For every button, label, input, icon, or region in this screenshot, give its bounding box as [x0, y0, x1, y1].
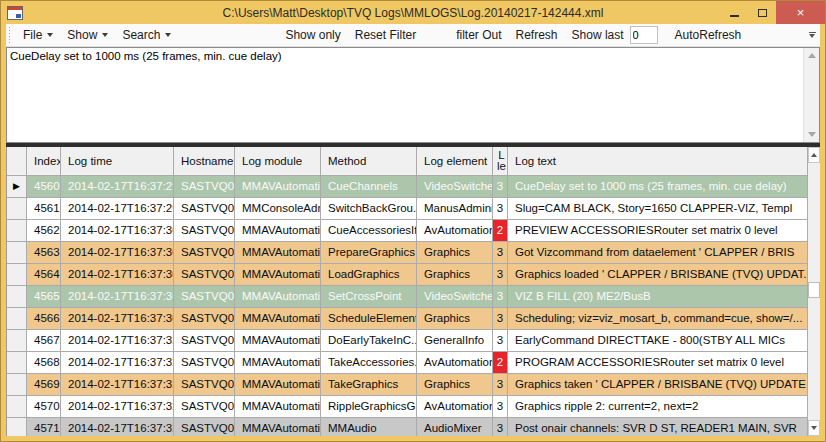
scroll-up-icon[interactable] — [804, 48, 819, 63]
cell-host[interactable]: SASTVQ01 — [174, 242, 235, 263]
cell-element[interactable]: GeneralInfo — [417, 330, 493, 351]
row-header[interactable] — [7, 418, 27, 436]
cell-module[interactable]: MMAVAutomation — [235, 286, 321, 307]
cell-element[interactable]: Graphics — [417, 242, 493, 263]
table-row[interactable]: 45712014-02-17T16:37:32...SASTVQ01MMAVAu… — [7, 418, 807, 436]
cell-time[interactable]: 2014-02-17T16:37:32... — [61, 374, 174, 395]
cell-element[interactable]: Graphics — [417, 264, 493, 285]
cell-method[interactable]: PrepareGraphics — [321, 242, 417, 263]
cell-module[interactable]: MMAVAutomation — [235, 396, 321, 417]
cell-text[interactable]: VIZ B FILL (20) ME2/BusB — [508, 286, 807, 307]
scroll-down-icon[interactable] — [808, 420, 820, 436]
cell-index[interactable]: 4568 — [27, 352, 61, 373]
table-row[interactable]: 45692014-02-17T16:37:32...SASTVQ01MMAVAu… — [7, 374, 807, 396]
scrollbar-thumb[interactable] — [808, 282, 820, 298]
table-row[interactable]: 45662014-02-17T16:37:30...SASTVQ01MMAVAu… — [7, 308, 807, 330]
cell-host[interactable]: SASTVQ01 — [174, 286, 235, 307]
row-header[interactable] — [7, 396, 27, 417]
cell-text[interactable]: EarlyCommand DIRECTTAKE - 800(STBY ALL M… — [508, 330, 807, 351]
cell-index[interactable]: 4571 — [27, 418, 61, 436]
cell-level[interactable]: 3 — [493, 418, 508, 436]
grid-scrollbar[interactable] — [807, 147, 820, 436]
cell-host[interactable]: SASTVQ01 — [174, 264, 235, 285]
maximize-button[interactable] — [748, 1, 776, 24]
cell-text[interactable]: Slug=CAM BLACK, Story=1650 CLAPPER-VIZ, … — [508, 198, 807, 219]
row-header[interactable] — [7, 352, 27, 373]
table-row[interactable]: 45622014-02-17T16:37:30...SASTVQ01MMAVAu… — [7, 220, 807, 242]
cell-text[interactable]: CueDelay set to 1000 ms (25 frames, min.… — [508, 176, 807, 197]
cell-method[interactable]: SetCrossPoint — [321, 286, 417, 307]
menu-show[interactable]: Show — [60, 24, 115, 46]
cell-time[interactable]: 2014-02-17T16:37:29... — [61, 198, 174, 219]
cell-module[interactable]: MMAVAutomation — [235, 308, 321, 329]
cell-module[interactable]: MMAVAutomation — [235, 418, 321, 436]
cell-module[interactable]: MMAVAutomation — [235, 176, 321, 197]
cell-module[interactable]: MMAVAutomation — [235, 264, 321, 285]
cell-index[interactable]: 4561 — [27, 198, 61, 219]
cell-element[interactable]: Graphics — [417, 374, 493, 395]
cell-index[interactable]: 4565 — [27, 286, 61, 307]
cell-level[interactable]: 3 — [493, 330, 508, 351]
cell-text[interactable]: Got Vizcommand from dataelement ' CLAPPE… — [508, 242, 807, 263]
row-header[interactable]: ▶ — [7, 176, 27, 197]
cell-text[interactable]: Post onair channels: SVR D ST, READER1 M… — [508, 418, 807, 436]
reset-filter-button[interactable]: Reset Filter — [348, 24, 423, 46]
cell-element[interactable]: AvAutomation — [417, 352, 493, 373]
cell-index[interactable]: 4570 — [27, 396, 61, 417]
column-header-hostname[interactable]: Hostname — [174, 147, 235, 175]
cell-text[interactable]: PREVIEW ACCESSORIESRouter set matrix 0 l… — [508, 220, 807, 241]
column-header-index[interactable]: Index — [27, 147, 61, 175]
cell-text[interactable]: Graphics loaded ' CLAPPER / BRISBANE (TV… — [508, 264, 807, 285]
cell-text[interactable]: Graphics ripple 2: current=2, next=2 — [508, 396, 807, 417]
cell-level[interactable]: 3 — [493, 308, 508, 329]
table-row[interactable]: 45682014-02-17T16:37:32...SASTVQ01MMAVAu… — [7, 352, 807, 374]
row-header[interactable] — [7, 330, 27, 351]
menu-file[interactable]: File — [16, 24, 60, 46]
refresh-button[interactable]: Refresh — [509, 24, 565, 46]
table-row[interactable]: 45642014-02-17T16:37:30...SASTVQ01MMAVAu… — [7, 264, 807, 286]
cell-time[interactable]: 2014-02-17T16:37:30... — [61, 264, 174, 285]
cell-module[interactable]: MMAVAutomation — [235, 242, 321, 263]
cell-host[interactable]: SASTVQ01 — [174, 308, 235, 329]
cell-method[interactable]: LoadGraphics — [321, 264, 417, 285]
show-only-button[interactable]: Show only — [278, 24, 347, 46]
cell-level[interactable]: 3 — [493, 286, 508, 307]
cell-module[interactable]: MMAVAutomation — [235, 352, 321, 373]
filter-out-button[interactable]: filter Out — [449, 24, 508, 46]
toolbar-grip-icon[interactable] — [8, 27, 12, 43]
table-row[interactable]: 45672014-02-17T16:37:32...SASTVQ01MMAVAu… — [7, 330, 807, 352]
cell-element[interactable]: Graphics — [417, 308, 493, 329]
cell-element[interactable]: AudioMixer — [417, 418, 493, 436]
cell-host[interactable]: SASTVQ01 — [174, 352, 235, 373]
cell-host[interactable]: SASTVQ01 — [174, 220, 235, 241]
row-header[interactable] — [7, 264, 27, 285]
table-row[interactable]: 45612014-02-17T16:37:29...SASTVQ01MMCons… — [7, 198, 807, 220]
row-header[interactable] — [7, 220, 27, 241]
cell-module[interactable]: MMConsoleAdmi... — [235, 198, 321, 219]
cell-time[interactable]: 2014-02-17T16:37:32... — [61, 352, 174, 373]
cell-method[interactable]: ScheduleElement — [321, 308, 417, 329]
column-header-logtime[interactable]: Log time — [61, 147, 174, 175]
cell-element[interactable]: VideoSwitcher — [417, 286, 493, 307]
column-header-loglevel[interactable]: L le — [493, 147, 508, 175]
cell-time[interactable]: 2014-02-17T16:37:32... — [61, 396, 174, 417]
table-row[interactable]: 45652014-02-17T16:37:30...SASTVQ01MMAVAu… — [7, 286, 807, 308]
cell-index[interactable]: 4567 — [27, 330, 61, 351]
cell-time[interactable]: 2014-02-17T16:37:30... — [61, 308, 174, 329]
cell-host[interactable]: SASTVQ01 — [174, 418, 235, 436]
minimize-button[interactable] — [720, 1, 748, 24]
autorefresh-button[interactable]: AutoRefresh — [668, 24, 749, 46]
cell-method[interactable]: TakeGraphics — [321, 374, 417, 395]
row-header[interactable] — [7, 242, 27, 263]
cell-index[interactable]: 4563 — [27, 242, 61, 263]
cell-element[interactable]: ManusAdministr — [417, 198, 493, 219]
cell-element[interactable]: VideoSwitcher — [417, 176, 493, 197]
cell-index[interactable]: 4560 — [27, 176, 61, 197]
cell-time[interactable]: 2014-02-17T16:37:32... — [61, 330, 174, 351]
cell-method[interactable]: RippleGraphicsGr... — [321, 396, 417, 417]
cell-host[interactable]: SASTVQ01 — [174, 374, 235, 395]
cell-index[interactable]: 4566 — [27, 308, 61, 329]
table-row[interactable]: 45632014-02-17T16:37:30...SASTVQ01MMAVAu… — [7, 242, 807, 264]
cell-method[interactable]: CueChannels — [321, 176, 417, 197]
row-header[interactable] — [7, 374, 27, 395]
